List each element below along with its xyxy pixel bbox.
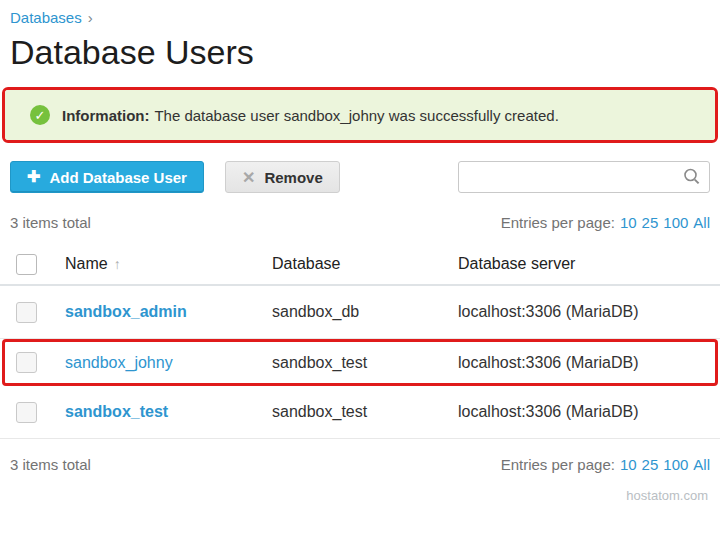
- breadcrumb: Databases›: [0, 0, 720, 26]
- items-total-top: 3 items total: [10, 214, 91, 231]
- page-size-25[interactable]: 25: [642, 456, 659, 473]
- database-users-table: Name↑ Database Database server sandbox_a…: [0, 244, 720, 439]
- items-total-bottom: 3 items total: [10, 456, 91, 473]
- database-user-link[interactable]: sandbox_test: [65, 403, 168, 420]
- cell-database-server: localhost:3306 (MariaDB): [458, 303, 720, 321]
- cell-name: sandbox_test: [65, 403, 272, 421]
- toolbar: ✚ Add Database User ✕ Remove: [0, 161, 720, 193]
- page-size-100[interactable]: 100: [663, 214, 688, 231]
- search-input[interactable]: [458, 161, 710, 193]
- search-box: [458, 161, 710, 193]
- page-size-all[interactable]: All: [693, 456, 710, 473]
- database-user-link[interactable]: sandbox_admin: [65, 303, 187, 320]
- table-body: sandbox_adminsandbox_dblocalhost:3306 (M…: [0, 286, 720, 439]
- table-header: Name↑ Database Database server: [0, 244, 720, 286]
- page-size-100[interactable]: 100: [663, 456, 688, 473]
- row-checkbox[interactable]: [16, 352, 37, 373]
- cell-database-server: localhost:3306 (MariaDB): [458, 354, 715, 372]
- table-row: sandbox_adminsandbox_dblocalhost:3306 (M…: [0, 286, 720, 339]
- cell-database: sandbox_db: [272, 303, 458, 321]
- search-icon[interactable]: [682, 167, 702, 191]
- cell-database: sandbox_test: [272, 403, 458, 421]
- remove-button[interactable]: ✕ Remove: [225, 161, 340, 193]
- column-header-database-server[interactable]: Database server: [458, 255, 720, 273]
- watermark: hostatom.com: [0, 486, 720, 503]
- column-name-label: Name: [65, 255, 108, 272]
- table-row-highlighted: sandbox_johnysandbox_testlocalhost:3306 …: [2, 339, 718, 386]
- cell-database: sandbox_test: [272, 354, 458, 372]
- entries-per-page-bottom: Entries per page:1025100All: [501, 456, 710, 473]
- annotation-box-message: ✓ Information: The database user sandbox…: [2, 87, 718, 143]
- page-size-25[interactable]: 25: [642, 214, 659, 231]
- table-row: sandbox_testsandbox_testlocalhost:3306 (…: [0, 386, 720, 439]
- entries-per-page-label: Entries per page:: [501, 214, 615, 231]
- remove-x-icon: ✕: [242, 168, 255, 187]
- page-size-10[interactable]: 10: [620, 456, 637, 473]
- cell-name: sandbox_admin: [65, 303, 272, 321]
- add-database-user-button[interactable]: ✚ Add Database User: [10, 161, 204, 193]
- info-message-text: Information: The database user sandbox_j…: [62, 107, 559, 124]
- remove-label: Remove: [264, 169, 322, 186]
- sort-ascending-icon: ↑: [114, 256, 121, 272]
- add-database-user-label: Add Database User: [49, 169, 187, 186]
- cell-name: sandbox_johny: [65, 354, 272, 372]
- list-meta-top: 3 items total Entries per page:1025100Al…: [0, 199, 720, 244]
- column-header-name[interactable]: Name↑: [65, 255, 272, 273]
- chevron-right-icon: ›: [88, 9, 93, 26]
- page-size-all[interactable]: All: [693, 214, 710, 231]
- info-message-body: The database user sandbox_johny was succ…: [151, 107, 559, 124]
- plus-icon: ✚: [27, 169, 40, 185]
- success-check-icon: ✓: [30, 105, 50, 125]
- column-header-database[interactable]: Database: [272, 255, 458, 273]
- page-size-10[interactable]: 10: [620, 214, 637, 231]
- breadcrumb-link-databases[interactable]: Databases: [10, 9, 82, 26]
- database-user-link[interactable]: sandbox_johny: [65, 354, 173, 371]
- info-message-label: Information:: [62, 107, 150, 124]
- entries-per-page-top: Entries per page:1025100All: [501, 214, 710, 231]
- row-checkbox[interactable]: [16, 402, 37, 423]
- entries-per-page-label: Entries per page:: [501, 456, 615, 473]
- info-message: ✓ Information: The database user sandbox…: [5, 90, 715, 140]
- list-meta-bottom: 3 items total Entries per page:1025100Al…: [0, 439, 720, 486]
- row-checkbox[interactable]: [16, 302, 37, 323]
- cell-database-server: localhost:3306 (MariaDB): [458, 403, 720, 421]
- select-all-checkbox[interactable]: [16, 254, 37, 275]
- page-title: Database Users: [0, 26, 720, 74]
